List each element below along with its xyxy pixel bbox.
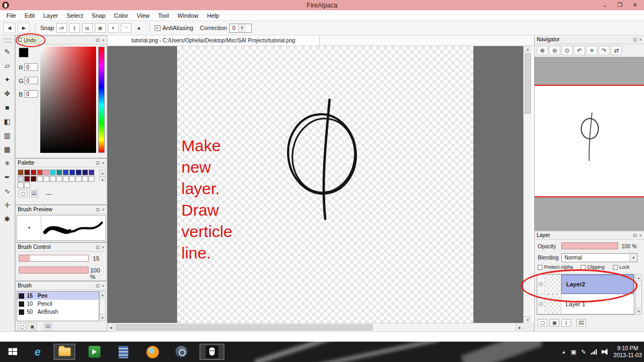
tray-action-icon[interactable]: ▣: [570, 349, 576, 356]
horizontal-scroll-thumb[interactable]: [116, 324, 372, 330]
eyedropper-tool-button[interactable]: ✛: [2, 201, 13, 210]
scroll-right-icon[interactable]: ▶: [516, 323, 523, 331]
volume-icon[interactable]: [602, 349, 609, 355]
menu-tool[interactable]: Tool: [153, 11, 173, 20]
float-panel-icon[interactable]: ⊡: [96, 245, 100, 250]
gradient-tool-button[interactable]: ▥: [2, 131, 13, 140]
float-panel-icon[interactable]: ⊡: [633, 233, 637, 238]
close-panel-icon[interactable]: ×: [102, 283, 105, 289]
antialiasing-checkbox[interactable]: ✓: [155, 25, 160, 31]
palette-swatch[interactable]: [89, 176, 94, 182]
brush-item-airbrush[interactable]: 50 AirBrush: [17, 308, 99, 316]
scroll-down-icon[interactable]: ▼: [636, 308, 641, 314]
move-tool-button[interactable]: ✥: [2, 89, 13, 98]
select-pen-tool-button[interactable]: ✒: [2, 173, 13, 182]
palette-swatch[interactable]: [82, 169, 88, 175]
palette-swatch[interactable]: [50, 176, 56, 182]
menu-window[interactable]: Window: [173, 11, 203, 20]
canvas-viewport[interactable]: Make new layer. Draw verticle line.: [107, 46, 523, 323]
restore-button[interactable]: ❐: [613, 1, 627, 10]
menu-color[interactable]: Color: [110, 11, 133, 20]
b-input[interactable]: 0: [24, 90, 38, 98]
select-tool-button[interactable]: ▦: [2, 145, 13, 154]
float-panel-icon[interactable]: ⊡: [96, 283, 100, 289]
palette-swatch[interactable]: [37, 169, 43, 175]
eraser-tool-button[interactable]: ▱: [2, 61, 13, 70]
layer-visibility-cell[interactable]: [537, 294, 545, 314]
start-button[interactable]: [2, 344, 24, 360]
tray-pen-icon[interactable]: ✎: [581, 349, 586, 356]
palette-swatch[interactable]: [18, 169, 24, 175]
clipping-checkbox[interactable]: [581, 265, 586, 270]
fill-rect-tool-button[interactable]: ■: [2, 103, 13, 112]
saturation-value-picker[interactable]: [40, 47, 96, 153]
palette-add-button[interactable]: ▢: [19, 190, 27, 197]
taskbar-firealpaca-button[interactable]: [200, 344, 224, 360]
palette-swatch[interactable]: [56, 169, 62, 175]
protect-alpha-checkbox[interactable]: [538, 265, 543, 270]
new-layer-button[interactable]: ▢: [538, 319, 547, 327]
scroll-down-icon[interactable]: ▼: [100, 176, 105, 183]
palette-swatch[interactable]: [18, 182, 24, 188]
pen-tool-button[interactable]: ✎: [2, 47, 13, 56]
menu-edit[interactable]: Edit: [20, 11, 39, 20]
menu-view[interactable]: View: [133, 11, 154, 20]
merge-layer-button[interactable]: ⇩: [561, 319, 571, 327]
current-color-swatch[interactable]: [19, 48, 28, 57]
menu-layer[interactable]: Layer: [39, 11, 63, 20]
scroll-up-icon[interactable]: ▲: [100, 292, 105, 298]
palette-swatch[interactable]: [76, 176, 82, 182]
hand-tool-button[interactable]: ✱: [2, 215, 13, 224]
palette-swatch[interactable]: [24, 182, 30, 188]
minimize-button[interactable]: –: [598, 1, 612, 10]
network-signal-icon[interactable]: [591, 349, 597, 354]
zoom-reset-button[interactable]: ⊙: [561, 46, 573, 55]
palette-swatch[interactable]: [69, 176, 75, 182]
brush-delete-button[interactable]: ⌧: [43, 323, 52, 330]
hue-slider[interactable]: [98, 47, 105, 153]
taskbar-steam-button[interactable]: [171, 344, 192, 360]
snap-grid-button[interactable]: ▦: [95, 23, 106, 33]
brush-add-button[interactable]: ▢: [18, 323, 26, 330]
zoom-in-button[interactable]: ⊕: [537, 46, 548, 55]
brush-item-pen[interactable]: 15 Pen: [17, 292, 99, 300]
palette-swatch[interactable]: [56, 176, 62, 182]
scroll-up-icon[interactable]: ▲: [524, 46, 532, 53]
scroll-up-icon[interactable]: ▲: [636, 275, 641, 281]
palette-swatch[interactable]: [31, 176, 36, 182]
layer-row-layer2[interactable]: Layer2: [537, 275, 634, 294]
palette-swatch[interactable]: [63, 176, 69, 182]
close-button[interactable]: ✕: [628, 1, 642, 10]
canvas-horizontal-scrollbar[interactable]: ◀ ▶: [107, 323, 523, 331]
taskbar-ie-button[interactable]: e: [27, 344, 48, 360]
float-panel-icon[interactable]: ⊡: [96, 207, 100, 212]
palette-swatch[interactable]: [50, 169, 56, 175]
scroll-down-icon[interactable]: ▼: [100, 314, 105, 321]
close-panel-icon[interactable]: ×: [102, 160, 105, 166]
palette-swatch[interactable]: [76, 169, 82, 175]
brush-list-scrollbar[interactable]: ▲ ▼: [99, 291, 106, 321]
layer-row-layer1[interactable]: Layer 1: [537, 294, 634, 314]
float-panel-icon[interactable]: ⊡: [96, 160, 100, 166]
close-panel-icon[interactable]: ×: [639, 37, 642, 42]
navigator-preview[interactable]: [535, 57, 644, 231]
rotate-left-button[interactable]: ↶: [574, 46, 585, 55]
toolstrip-grip[interactable]: [3, 39, 12, 42]
menu-file[interactable]: File: [2, 11, 20, 20]
delete-layer-button[interactable]: ⌧: [576, 319, 586, 327]
close-panel-icon[interactable]: ×: [102, 38, 105, 43]
magic-wand-tool-button[interactable]: ✳: [2, 159, 13, 168]
menu-help[interactable]: Help: [203, 11, 224, 20]
brush-copy-button[interactable]: ▣: [28, 323, 36, 330]
taskbar-clock[interactable]: 9:10 PM 2013-11-03: [613, 345, 642, 359]
palette-swatch[interactable]: [43, 176, 49, 182]
g-input[interactable]: 0: [24, 77, 38, 84]
palette-swatch[interactable]: [82, 176, 88, 182]
palette-scrollbar[interactable]: ▲ ▼: [99, 169, 106, 182]
menu-snap[interactable]: Snap: [87, 11, 110, 20]
palette-swatch[interactable]: [24, 169, 30, 175]
scroll-down-icon[interactable]: ▼: [524, 316, 532, 323]
scroll-left-icon[interactable]: ◀: [107, 323, 115, 331]
float-panel-icon[interactable]: ⊡: [633, 37, 637, 42]
taskbar-firefox-button[interactable]: [142, 344, 163, 360]
